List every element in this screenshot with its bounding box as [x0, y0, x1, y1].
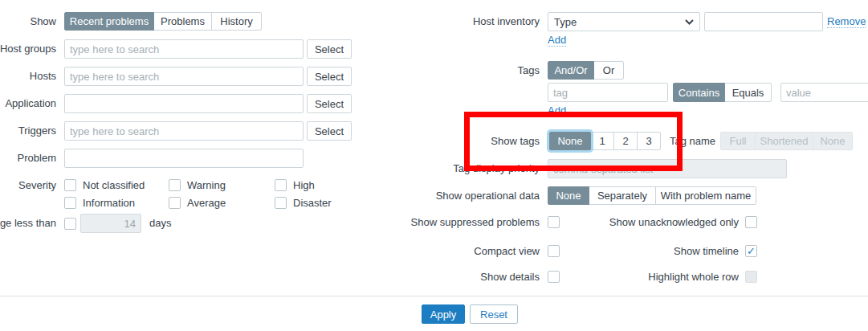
tags-label: Tags: [518, 61, 540, 80]
tag-display-priority-input: [548, 159, 787, 178]
triggers-input[interactable]: [64, 121, 304, 141]
severity-option-label: Warning: [187, 179, 226, 191]
hosts-select-button[interactable]: Select: [307, 67, 352, 86]
tag-value-input[interactable]: [780, 83, 868, 102]
show-operational-data-label: Show operational data: [436, 186, 540, 205]
application-label: Application: [5, 94, 56, 113]
show-suppressed-problems-label: Show suppressed problems: [411, 216, 540, 228]
show-option-problems[interactable]: Problems: [153, 12, 212, 31]
application-input[interactable]: [64, 94, 304, 113]
host-inventory-remove-link[interactable]: Remove: [827, 15, 866, 28]
host-groups-select-button[interactable]: Select: [307, 39, 352, 59]
host-inventory-selected-value: Type: [554, 16, 577, 28]
show-tags-segmented: None 1 2 3: [549, 132, 661, 150]
application-select-button[interactable]: Select: [307, 94, 352, 113]
hosts-label: Hosts: [30, 67, 56, 86]
show-tags-option-none[interactable]: None: [549, 132, 591, 150]
severity-checkbox-warning[interactable]: [169, 179, 181, 191]
hosts-input[interactable]: [64, 67, 304, 86]
highlight-whole-row-checkbox: [745, 271, 757, 283]
tag-match-segmented: Contains Equals: [673, 83, 772, 102]
tag-match-contains[interactable]: Contains: [673, 83, 725, 102]
severity-option-label: Average: [187, 197, 226, 209]
severity-option-label: High: [293, 179, 315, 191]
highlight-whole-row-label: Highlight whole row: [648, 271, 739, 283]
show-tags-option-3[interactable]: 3: [637, 132, 661, 150]
tag-display-priority-label: Tag display priority: [453, 159, 540, 178]
problem-input[interactable]: [64, 149, 304, 168]
show-tags-option-2[interactable]: 2: [613, 132, 638, 150]
severity-checkbox-high[interactable]: [275, 179, 287, 191]
tags-logic-andor[interactable]: And/Or: [548, 61, 594, 80]
show-details-checkbox[interactable]: [548, 271, 560, 283]
apply-button[interactable]: Apply: [422, 304, 465, 324]
footer-divider: [0, 296, 868, 296]
show-suppressed-problems-checkbox[interactable]: [548, 216, 560, 228]
age-less-than-checkbox[interactable]: [64, 218, 76, 230]
show-option-recent-problems[interactable]: Recent problems: [64, 12, 154, 31]
age-days-input: [80, 214, 141, 233]
show-unacknowledged-only-checkbox[interactable]: [745, 216, 757, 228]
host-groups-input[interactable]: [64, 39, 304, 59]
op-data-option-separately[interactable]: Separately: [589, 186, 656, 205]
host-inventory-label: Host inventory: [473, 12, 540, 31]
severity-option-label: Not classified: [83, 179, 145, 191]
tag-name-mode-label: Tag name: [670, 132, 715, 150]
show-tags-option-1[interactable]: 1: [590, 132, 614, 150]
host-inventory-value-input[interactable]: [704, 12, 823, 31]
tag-name-option-shortened: Shortened: [755, 132, 813, 150]
age-days-suffix: days: [149, 214, 171, 233]
severity-option-label: Information: [83, 197, 135, 209]
severity-label: Severity: [18, 179, 56, 191]
show-details-label: Show details: [480, 271, 540, 283]
triggers-label: Triggers: [18, 121, 56, 141]
show-label: Show: [30, 12, 56, 31]
tags-logic-or[interactable]: Or: [593, 61, 624, 80]
show-timeline-checkbox[interactable]: ✓: [745, 245, 757, 257]
problem-filter-panel: Show Recent problems Problems History Ho…: [0, 0, 868, 331]
show-tags-label: Show tags: [491, 132, 540, 150]
show-operational-data-segmented: None Separately With problem name: [548, 186, 756, 205]
op-data-option-with-problem-name[interactable]: With problem name: [655, 186, 756, 205]
problem-label: Problem: [18, 149, 56, 168]
severity-checkbox-average[interactable]: [169, 197, 181, 209]
host-inventory-field-select[interactable]: Type: [548, 12, 700, 31]
tag-match-equals[interactable]: Equals: [724, 83, 772, 102]
tag-name-option-none: None: [813, 132, 853, 150]
op-data-option-none[interactable]: None: [548, 186, 589, 205]
show-option-history[interactable]: History: [211, 12, 262, 31]
compact-view-checkbox[interactable]: [548, 245, 560, 257]
show-unacknowledged-only-label: Show unacknowledged only: [609, 216, 739, 228]
checkmark-icon: ✓: [746, 246, 756, 256]
severity-checkbox-information[interactable]: [64, 197, 76, 209]
show-segmented: Recent problems Problems History: [64, 12, 262, 31]
chevron-down-icon: [685, 19, 694, 25]
tag-name-input[interactable]: [548, 83, 668, 102]
tags-logic-segmented: And/Or Or: [548, 61, 624, 80]
age-less-than-label: Age less than: [0, 214, 56, 233]
severity-checkbox-disaster[interactable]: [275, 197, 287, 209]
reset-button[interactable]: Reset: [470, 304, 518, 324]
tag-name-mode-segmented: Full Shortened None: [720, 132, 853, 150]
tags-add-link[interactable]: Add: [548, 104, 566, 117]
host-inventory-add-link[interactable]: Add: [548, 34, 566, 47]
show-timeline-label: Show timeline: [674, 245, 739, 257]
severity-option-label: Disaster: [293, 197, 332, 209]
host-groups-label: Host groups: [0, 39, 56, 59]
tag-name-option-full: Full: [720, 132, 756, 150]
compact-view-label: Compact view: [474, 245, 540, 257]
severity-checkbox-not-classified[interactable]: [64, 179, 76, 191]
triggers-select-button[interactable]: Select: [307, 121, 352, 141]
